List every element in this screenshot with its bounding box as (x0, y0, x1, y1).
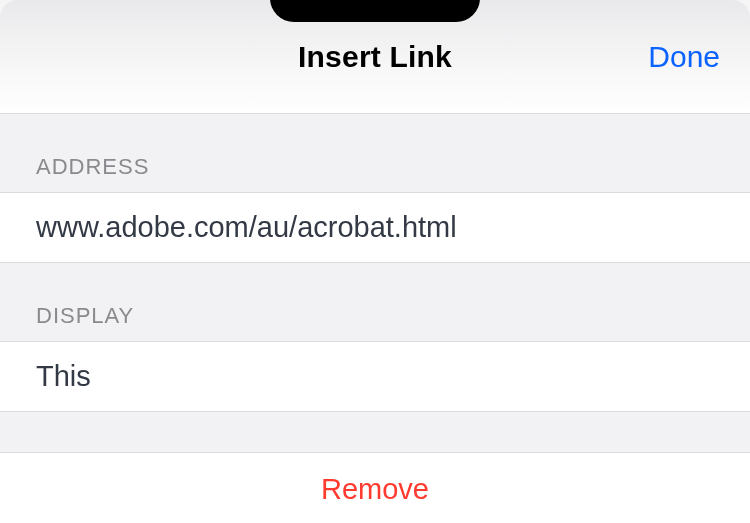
display-section-label: DISPLAY (0, 263, 750, 341)
remove-row: Remove (0, 452, 750, 523)
remove-button[interactable]: Remove (321, 473, 429, 506)
address-section-label: ADDRESS (0, 114, 750, 192)
display-row (0, 341, 750, 412)
address-row (0, 192, 750, 263)
page-title: Insert Link (298, 40, 452, 74)
device-notch (270, 0, 480, 22)
insert-link-sheet: Insert Link Done ADDRESS DISPLAY Remove (0, 0, 750, 523)
address-input[interactable] (36, 211, 714, 244)
done-button[interactable]: Done (648, 40, 720, 74)
display-input[interactable] (36, 360, 714, 393)
